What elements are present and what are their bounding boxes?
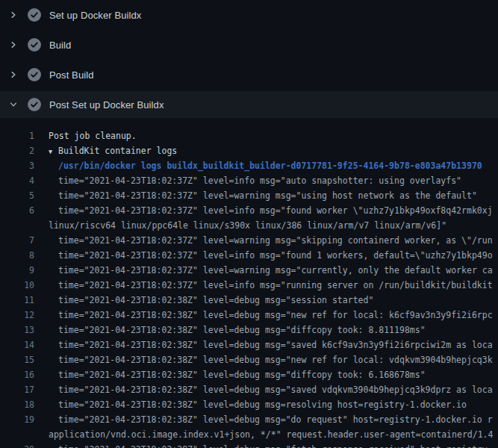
step-row-post-set-up-docker-buildx[interactable]: Post Set up Docker Buildx: [0, 91, 498, 118]
log-line: 18time="2021-04-23T18:02:38Z" level=debu…: [0, 397, 498, 412]
log-line: 9time="2021-04-23T18:02:37Z" level=warni…: [0, 263, 498, 278]
chevron-right-icon[interactable]: [9, 10, 18, 19]
log-line: 20time="2021-04-23T18:02:38Z" level=debu…: [0, 442, 498, 448]
log-line: 5time="2021-04-23T18:02:37Z" level=warni…: [0, 188, 498, 203]
log-line: 3/usr/bin/docker logs buildx_buildkit_bu…: [0, 158, 498, 173]
log-line-text: time="2021-04-23T18:02:37Z" level=info m…: [34, 248, 493, 263]
log-line-text: time="2021-04-23T18:02:38Z" level=debug …: [34, 308, 493, 323]
log-line-number[interactable]: 9: [0, 263, 34, 278]
log-line-text: time="2021-04-23T18:02:38Z" level=debug …: [34, 323, 426, 337]
log-line: 11time="2021-04-23T18:02:38Z" level=debu…: [0, 293, 498, 308]
step-row-build[interactable]: Build: [0, 30, 498, 60]
check-circle-icon: [28, 8, 41, 22]
log-line-text: time="2021-04-23T18:02:37Z" level=info m…: [34, 173, 461, 188]
step-label: Set up Docker Buildx: [49, 10, 141, 21]
log-line-text: linux/riscv64 linux/ppc64le linux/s390x …: [34, 218, 446, 233]
log-line: 12time="2021-04-23T18:02:38Z" level=debu…: [0, 308, 498, 323]
log-line: linux/riscv64 linux/ppc64le linux/s390x …: [0, 218, 498, 233]
step-row-post-build[interactable]: Post Build: [0, 60, 498, 90]
log-line: 7time="2021-04-23T18:02:37Z" level=warni…: [0, 233, 498, 248]
log-line-number[interactable]: 18: [0, 397, 34, 412]
log-line: 2▼BuildKit container logs: [0, 143, 498, 158]
log-line-number[interactable]: 2: [0, 143, 34, 158]
log-line: 6time="2021-04-23T18:02:37Z" level=info …: [0, 203, 498, 218]
log-line-text: time="2021-04-23T18:02:38Z" level=debug …: [34, 382, 493, 397]
triangle-down-icon[interactable]: ▼: [49, 144, 58, 158]
check-circle-icon: [28, 68, 41, 81]
log-line-text: time="2021-04-23T18:02:37Z" level=warnin…: [34, 233, 493, 248]
actions-log-viewer: Set up Docker BuildxBuildPost BuildPost …: [0, 0, 498, 448]
log-line: 19time="2021-04-23T18:02:38Z" level=debu…: [0, 412, 498, 427]
log-line-text: time="2021-04-23T18:02:38Z" level=debug …: [34, 293, 373, 308]
log-line-number[interactable]: 8: [0, 248, 34, 263]
log-line: 8time="2021-04-23T18:02:37Z" level=info …: [0, 248, 498, 263]
log-line-text: time="2021-04-23T18:02:37Z" level=info m…: [34, 203, 493, 218]
chevron-down-icon[interactable]: [9, 100, 18, 109]
log-line-number[interactable]: 15: [0, 352, 34, 367]
steps-list: Set up Docker BuildxBuildPost BuildPost …: [0, 0, 498, 118]
log-line-number[interactable]: 1: [0, 128, 34, 143]
log-line-number[interactable]: 20: [0, 442, 34, 448]
log-line-number[interactable]: 3: [0, 158, 34, 173]
log-line-number[interactable]: 10: [0, 278, 34, 293]
log-line-text: time="2021-04-23T18:02:38Z" level=debug …: [34, 367, 426, 382]
log-line: 14time="2021-04-23T18:02:38Z" level=debu…: [0, 337, 498, 352]
step-label: Build: [49, 40, 71, 51]
log-line: 17time="2021-04-23T18:02:38Z" level=debu…: [0, 382, 498, 397]
step-label: Post Set up Docker Buildx: [49, 99, 164, 111]
log-line-text: time="2021-04-23T18:02:38Z" level=debug …: [34, 337, 493, 352]
log-command-text: /usr/bin/docker logs buildx_buildkit_bui…: [34, 158, 482, 173]
log-line: 4time="2021-04-23T18:02:37Z" level=info …: [0, 173, 498, 188]
step-label: Post Build: [49, 69, 94, 81]
log-line: 16time="2021-04-23T18:02:38Z" level=debu…: [0, 367, 498, 382]
log-line-text: time="2021-04-23T18:02:37Z" level=warnin…: [34, 188, 477, 203]
log-line-text: time="2021-04-23T18:02:38Z" level=debug …: [34, 397, 467, 412]
log-line-number[interactable]: 12: [0, 308, 34, 323]
log-line-number[interactable]: 6: [0, 203, 34, 218]
chevron-right-icon[interactable]: [9, 40, 18, 49]
log-line-text: Post job cleanup.: [34, 128, 137, 143]
log-line-number[interactable]: 17: [0, 382, 34, 397]
step-row-set-up-docker-buildx[interactable]: Set up Docker Buildx: [0, 0, 498, 30]
log-line-text: time="2021-04-23T18:02:37Z" level=info m…: [34, 278, 493, 293]
log-panel: 1Post job cleanup.2▼BuildKit container l…: [0, 119, 498, 448]
check-circle-icon: [28, 98, 41, 111]
log-line: 13time="2021-04-23T18:02:38Z" level=debu…: [0, 323, 498, 337]
log-line-text: time="2021-04-23T18:02:38Z" level=debug …: [34, 442, 493, 448]
log-line: 1Post job cleanup.: [0, 128, 498, 143]
log-line: application/vnd.oci.image.index.v1+json,…: [0, 427, 498, 442]
log-line-number[interactable]: 16: [0, 367, 34, 382]
log-line-number[interactable]: 7: [0, 233, 34, 248]
log-line-number[interactable]: 4: [0, 173, 34, 188]
log-line-number[interactable]: 14: [0, 337, 34, 352]
log-line: 10time="2021-04-23T18:02:37Z" level=info…: [0, 278, 498, 293]
log-line-number[interactable]: 5: [0, 188, 34, 203]
log-line-text: ▼BuildKit container logs: [34, 143, 177, 158]
log-line: 15time="2021-04-23T18:02:38Z" level=debu…: [0, 352, 498, 367]
log-line-number[interactable]: 11: [0, 293, 34, 308]
log-line-number[interactable]: 19: [0, 412, 34, 427]
log-line-text: time="2021-04-23T18:02:38Z" level=debug …: [34, 412, 493, 427]
chevron-right-icon[interactable]: [9, 70, 18, 79]
log-line-text: application/vnd.oci.image.index.v1+json,…: [34, 427, 493, 442]
log-line-text: time="2021-04-23T18:02:38Z" level=debug …: [34, 352, 493, 367]
log-line-text: time="2021-04-23T18:02:37Z" level=warnin…: [34, 263, 493, 278]
check-circle-icon: [28, 38, 41, 52]
log-line-number[interactable]: 13: [0, 323, 34, 337]
